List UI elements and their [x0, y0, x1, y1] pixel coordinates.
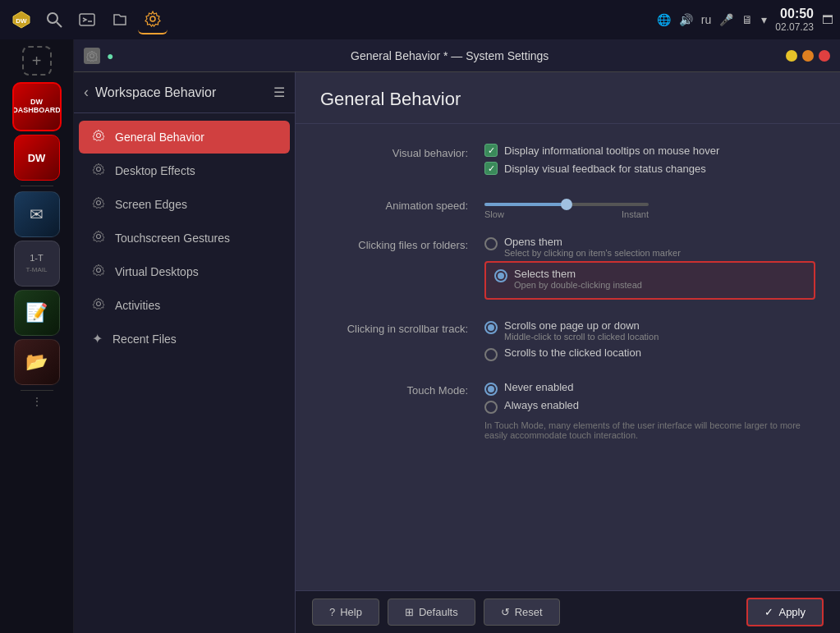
animation-speed-row: Animation speed: Slow Instant — [320, 196, 815, 219]
globe-icon[interactable]: 🌐 — [657, 13, 671, 26]
sidebar-item-recent-files[interactable]: ✦ Recent Files — [79, 323, 290, 355]
settings-icon[interactable] — [138, 5, 168, 34]
sidebar-navigation: General Behavior Desktop Effects Screen … — [74, 113, 295, 633]
activities-icon — [92, 297, 105, 314]
chevron-down-icon[interactable]: ▾ — [761, 13, 767, 26]
dock-item-tmail[interactable]: 1-TT-MAIL — [14, 241, 60, 287]
opens-them-radio[interactable] — [484, 237, 498, 250]
svg-point-2 — [48, 13, 57, 23]
search-icon[interactable] — [39, 5, 69, 34]
scrolls-page-radio[interactable] — [484, 321, 498, 334]
files-icon[interactable] — [105, 5, 135, 34]
clicking-files-row: Clicking files or folders: Opens them Se… — [320, 236, 815, 303]
dock-item-mail[interactable]: ✉ — [14, 191, 60, 237]
terminal-icon[interactable] — [72, 5, 102, 34]
mic-icon[interactable]: 🎤 — [719, 13, 733, 26]
close-button[interactable] — [819, 50, 830, 62]
apply-button[interactable]: ✓ Apply — [746, 598, 824, 626]
window-title: General Behavior * — System Settings — [120, 49, 779, 62]
dock-item-dw2[interactable]: DW — [14, 135, 60, 181]
sidebar: ‹ Workspace Behavior ☰ General Behavior — [74, 72, 296, 633]
sidebar-item-desktop-effects[interactable]: Desktop Effects — [79, 154, 290, 187]
language-indicator[interactable]: ru — [701, 13, 711, 26]
window-icon[interactable]: 🗖 — [822, 13, 833, 26]
defaults-button[interactable]: ⊞ Defaults — [388, 599, 475, 626]
sidebar-header: ‹ Workspace Behavior ☰ — [74, 72, 295, 113]
content-area: General Behavior Visual behavior: ✓ Disp… — [296, 72, 840, 633]
always-enabled-radio[interactable] — [484, 401, 498, 414]
clicking-files-label: Clicking files or folders: — [320, 236, 468, 251]
dw-launcher-icon[interactable]: DW — [7, 5, 36, 34]
sidebar-item-touchscreen-gestures[interactable]: Touchscreen Gestures — [79, 222, 290, 255]
reset-button[interactable]: ↺ Reset — [484, 599, 560, 626]
selects-them-option: Selects them Open by double-clicking ins… — [494, 268, 806, 290]
dock-add-button[interactable]: + — [22, 46, 52, 76]
dock-separator — [21, 186, 53, 186]
content-header: General Behavior — [296, 72, 840, 124]
scrollbar-track-controls: Scrolls one page up or down Middle-click… — [484, 319, 815, 365]
scrollbar-track-row: Clicking in scrollbar track: Scrolls one… — [320, 319, 815, 365]
main-window: ● General Behavior * — System Settings ‹… — [74, 39, 840, 633]
sidebar-menu-icon[interactable]: ☰ — [273, 85, 285, 100]
animation-speed-controls: Slow Instant — [484, 196, 815, 219]
help-button[interactable]: ? Help — [312, 599, 379, 626]
visual-behavior-label: Visual behavior: — [320, 144, 468, 159]
sidebar-item-label: General Behavior — [115, 131, 204, 144]
tooltip-checkbox-label: Display informational tooltips on mouse … — [504, 144, 719, 157]
scrolls-location-text: Scrolls to the clicked location — [504, 346, 641, 359]
sidebar-item-screen-edges[interactable]: Screen Edges — [79, 188, 290, 221]
opens-them-text: Opens them Select by clicking on item's … — [504, 236, 681, 258]
scrolls-page-option: Scrolls one page up or down Middle-click… — [484, 319, 815, 342]
opens-them-option: Opens them Select by clicking on item's … — [484, 236, 815, 258]
selects-them-highlight: Selects them Open by double-clicking ins… — [484, 261, 815, 300]
volume-icon[interactable]: 🔊 — [679, 13, 693, 26]
slider-thumb[interactable] — [561, 199, 572, 210]
animation-speed-slider[interactable] — [484, 203, 649, 206]
sidebar-item-label: Desktop Effects — [115, 164, 195, 177]
virtual-desktops-icon — [92, 264, 105, 280]
visual-feedback-checkbox[interactable]: ✓ — [484, 162, 498, 175]
sidebar-item-label: Touchscreen Gestures — [115, 232, 230, 245]
touch-mode-description: In Touch Mode, many elements of the user… — [484, 420, 815, 440]
svg-point-13 — [97, 302, 101, 306]
sidebar-item-label: Virtual Desktops — [115, 265, 199, 278]
touch-mode-row: Touch Mode: Never enabled Always enabled… — [320, 381, 815, 440]
svg-point-11 — [97, 235, 101, 239]
window-footer: ? Help ⊞ Defaults ↺ Reset ✓ Apply — [296, 590, 840, 633]
maximize-button[interactable] — [802, 50, 814, 62]
dock-item-notes[interactable]: 📝 — [14, 290, 60, 336]
dock-item-files[interactable]: 📂 — [14, 339, 60, 385]
minimize-button[interactable] — [786, 50, 797, 62]
never-enabled-radio[interactable] — [484, 383, 498, 396]
svg-point-9 — [97, 167, 101, 172]
scrolls-page-text: Scrolls one page up or down Middle-click… — [504, 319, 659, 342]
svg-line-3 — [57, 22, 62, 27]
apply-icon: ✓ — [764, 606, 773, 618]
taskbar: DW 🌐 🔊 ru 🎤 🖥 ▾ 00:50 02.07.23 🗖 — [0, 0, 840, 39]
scrolls-location-radio[interactable] — [484, 348, 498, 361]
tooltip-checkbox[interactable]: ✓ — [484, 144, 498, 157]
sidebar-item-activities[interactable]: Activities — [79, 289, 290, 322]
dock-item-dw-dashboard[interactable]: DWDASHBOARD — [12, 82, 62, 131]
animation-speed-label: Animation speed: — [320, 196, 468, 212]
svg-point-8 — [97, 134, 101, 138]
sidebar-item-general-behavior[interactable]: General Behavior — [79, 121, 290, 154]
visual-feedback-checkbox-row: ✓ Display visual feedback for status cha… — [484, 162, 815, 175]
sidebar-item-label: Recent Files — [112, 333, 177, 346]
sidebar-item-virtual-desktops[interactable]: Virtual Desktops — [79, 255, 290, 288]
selects-them-radio[interactable] — [494, 269, 507, 282]
defaults-icon: ⊞ — [405, 606, 414, 618]
monitor-icon[interactable]: 🖥 — [741, 13, 753, 26]
desktop-effects-icon — [92, 163, 105, 179]
visual-behavior-controls: ✓ Display informational tooltips on mous… — [484, 144, 815, 180]
selects-them-text: Selects them Open by double-clicking ins… — [514, 268, 642, 290]
window-titlebar: ● General Behavior * — System Settings — [74, 39, 840, 72]
back-button[interactable]: ‹ — [84, 84, 89, 101]
content-body: Visual behavior: ✓ Display informational… — [296, 124, 840, 590]
visual-feedback-checkbox-label: Display visual feedback for status chang… — [504, 163, 706, 175]
slider-container: Slow Instant — [484, 196, 815, 219]
reset-icon: ↺ — [501, 606, 510, 618]
recent-files-icon: ✦ — [92, 331, 103, 346]
general-behavior-icon — [92, 129, 105, 145]
touch-mode-label: Touch Mode: — [320, 381, 468, 397]
